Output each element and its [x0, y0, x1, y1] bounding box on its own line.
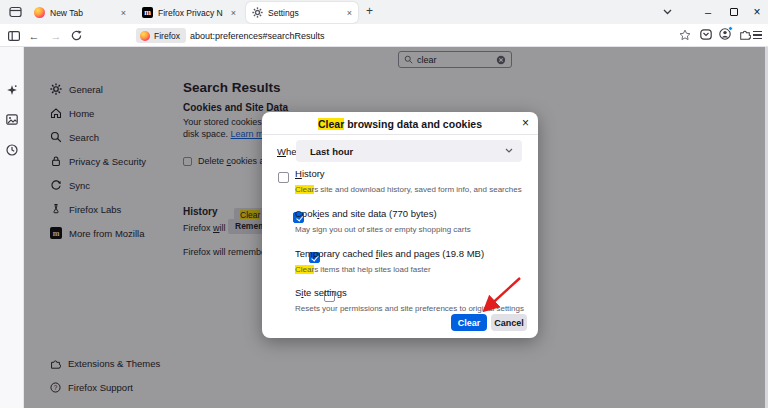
tab-close-icon[interactable]: × [347, 8, 352, 18]
cache-desc: Clears items that help sites load faster [295, 265, 431, 274]
firefox-view-icon[interactable] [9, 6, 22, 18]
tab-close-icon[interactable]: × [121, 8, 126, 18]
dialog-title: Clear browsing data and cookies [262, 118, 538, 130]
tab-bar: New Tab × m Firefox Privacy Notice — Moz… [0, 0, 768, 24]
site-chip-label: Firefox [154, 31, 180, 41]
firefox-logo-icon [34, 7, 45, 18]
firefox-logo-icon [140, 31, 150, 41]
extensions-icon[interactable] [739, 28, 751, 40]
reload-button[interactable] [66, 24, 86, 47]
menu-icon[interactable] [753, 31, 762, 39]
address-toolbar [0, 24, 768, 47]
list-all-tabs-button[interactable] [656, 0, 678, 24]
history-desc: Clears site and download history, saved … [295, 185, 522, 194]
restore-button[interactable] [723, 0, 745, 24]
dialog-header: Clear browsing data and cookies × [262, 112, 538, 135]
bookmark-star-icon[interactable] [679, 29, 691, 41]
dialog-close-icon[interactable]: × [522, 116, 529, 130]
tab-label: Firefox Privacy Notice — Mozil [158, 8, 223, 18]
browser-window: New Tab × m Firefox Privacy Notice — Moz… [0, 0, 768, 408]
history-checkbox[interactable] [278, 172, 289, 183]
red-arrow-annotation [470, 268, 530, 320]
tab-new-tab[interactable]: New Tab × [28, 3, 132, 22]
cache-label: Temporary cached files and pages (19.8 M… [295, 248, 484, 259]
site-settings-label: Site settings [295, 287, 347, 298]
close-window-button[interactable]: × [746, 0, 768, 24]
back-button[interactable]: ← [24, 24, 44, 47]
cookies-desc: May sign you out of sites or empty shopp… [295, 225, 471, 234]
tab-close-icon[interactable]: × [231, 8, 236, 18]
cookies-label: Cookies and site data (770 bytes) [295, 208, 437, 219]
forward-button[interactable]: → [46, 24, 66, 47]
tab-label: Settings [268, 8, 339, 18]
history-label: History [295, 168, 325, 179]
chevron-down-icon [505, 148, 513, 153]
minimize-button[interactable]: – [697, 0, 719, 24]
url-text[interactable]: about:preferences#searchResults [190, 31, 325, 41]
ai-chatbot-icon[interactable] [6, 84, 18, 96]
sidebar-launcher [0, 47, 24, 408]
tab-privacy-notice[interactable]: m Firefox Privacy Notice — Mozil × [136, 3, 242, 22]
site-identity-chip[interactable]: Firefox [136, 28, 186, 43]
bookmarks-icon[interactable] [6, 114, 18, 125]
account-icon[interactable] [719, 28, 731, 40]
sidebar-toggle-icon[interactable] [4, 24, 24, 47]
gear-favicon [252, 7, 263, 18]
tab-settings[interactable]: Settings × [246, 2, 358, 23]
pocket-icon[interactable] [700, 29, 712, 40]
account-notification-dot [728, 26, 733, 31]
time-range-dropdown[interactable]: Last hour [296, 140, 522, 162]
history-clock-icon[interactable] [6, 144, 18, 156]
tab-label: New Tab [50, 8, 113, 18]
new-tab-button[interactable]: + [366, 4, 373, 18]
time-range-value: Last hour [310, 146, 353, 157]
mozilla-favicon: m [142, 7, 153, 18]
